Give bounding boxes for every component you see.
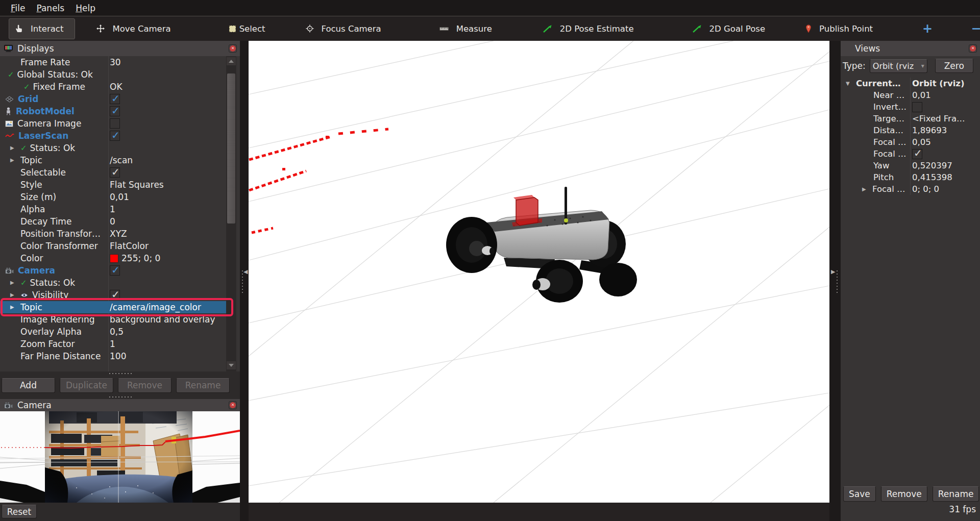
property-value[interactable]: background and overlay xyxy=(110,313,215,326)
add-display-button[interactable]: Add xyxy=(2,378,55,393)
scroll-down-button[interactable] xyxy=(227,361,236,369)
property-value[interactable]: Flat Squares xyxy=(110,179,164,191)
3d-viewport[interactable] xyxy=(249,41,829,503)
close-views-panel-button[interactable]: ✕ xyxy=(969,44,977,53)
property-value[interactable]: 100 xyxy=(110,350,126,362)
invert-z-checkbox[interactable] xyxy=(912,102,922,112)
property-value[interactable]: /scan xyxy=(110,154,133,166)
save-view-button[interactable]: Save xyxy=(843,486,876,502)
zero-button[interactable]: Zero xyxy=(935,59,973,73)
menu-help[interactable]: Help xyxy=(70,2,101,15)
expand-arrow-icon[interactable]: ▶ xyxy=(10,154,17,166)
row-size[interactable]: Size (m) 0,01 xyxy=(0,191,226,203)
row-laserscan-status[interactable]: ▶✓Status: Ok xyxy=(0,142,226,154)
row-grid-display[interactable]: Grid xyxy=(0,93,226,105)
row-visibility[interactable]: ▶Visibility xyxy=(0,289,226,301)
scroll-up-button[interactable] xyxy=(227,57,236,65)
property-value[interactable]: 0,05 xyxy=(912,136,931,148)
3d-viewport-canvas[interactable] xyxy=(249,41,829,503)
goal-pose-tool-button[interactable]: 2D Goal Pose xyxy=(686,20,771,37)
display-enabled-checkbox[interactable] xyxy=(110,131,120,141)
row-camera-image-display[interactable]: Camera Image xyxy=(0,117,226,130)
displays-scrollbar[interactable] xyxy=(226,56,236,371)
remove-view-button[interactable]: Remove xyxy=(881,486,927,502)
property-value[interactable]: FlatColor xyxy=(110,240,149,252)
remove-display-button[interactable]: Remove xyxy=(118,378,172,393)
add-tool-button[interactable]: + xyxy=(917,21,938,36)
row-global-status[interactable]: ✓Global Status: Ok xyxy=(0,68,226,81)
property-value[interactable]: <Fixed Fra… xyxy=(912,113,965,125)
focal-shape-checkbox[interactable] xyxy=(912,149,922,159)
row-camera-status[interactable]: ▶✓Status: Ok xyxy=(0,277,226,289)
property-value[interactable]: 0,520397 xyxy=(912,160,952,171)
row-position-transformer[interactable]: Position Transfor… XYZ xyxy=(0,228,226,240)
rename-view-button[interactable]: Rename xyxy=(933,486,979,502)
collapse-arrow-icon[interactable]: ▼ xyxy=(846,78,853,89)
remove-tool-button[interactable]: − xyxy=(966,21,980,36)
property-value[interactable]: 0,01 xyxy=(912,89,931,101)
display-enabled-checkbox[interactable] xyxy=(110,265,120,276)
display-enabled-checkbox[interactable] xyxy=(110,106,120,116)
close-displays-panel-button[interactable]: ✕ xyxy=(229,44,237,53)
row-laserscan-display[interactable]: LaserScan xyxy=(0,130,226,142)
duplicate-display-button[interactable]: Duplicate xyxy=(60,378,113,393)
menu-file[interactable]: File xyxy=(5,2,31,15)
property-value[interactable]: 1 xyxy=(110,203,115,215)
row-color-transformer[interactable]: Color Transformer FlatColor xyxy=(0,240,226,252)
publish-point-tool-button[interactable]: Publish Point xyxy=(799,20,879,37)
pose-estimate-tool-button[interactable]: 2D Pose Estimate xyxy=(536,20,640,37)
row-zoom-factor[interactable]: Zoom Factor 1 xyxy=(0,338,226,350)
interact-tool-button[interactable]: Interact xyxy=(9,18,75,39)
property-value[interactable]: 0 xyxy=(110,215,115,228)
menu-panels[interactable]: Panels xyxy=(31,2,70,15)
row-fixed-frame[interactable]: ✓Fixed Frame OK xyxy=(0,81,226,93)
row-overlay-alpha[interactable]: Overlay Alpha 0,5 xyxy=(0,326,226,338)
row-image-rendering[interactable]: Image Rendering background and overlay xyxy=(0,313,226,326)
property-value[interactable]: /camera/image_color xyxy=(110,301,201,313)
expand-arrow-icon[interactable]: ▶ xyxy=(10,277,17,289)
row-decay-time[interactable]: Decay Time 0 xyxy=(0,215,226,228)
expand-arrow-icon[interactable]: ▶ xyxy=(10,301,17,313)
property-value[interactable]: 30 xyxy=(110,56,121,68)
right-splitter[interactable]: ▶ xyxy=(829,41,841,521)
property-value[interactable]: 0; 0; 0 xyxy=(912,183,939,195)
display-enabled-checkbox[interactable] xyxy=(110,94,120,104)
splitter-handle[interactable] xyxy=(0,395,240,399)
collapse-right-icon[interactable]: ▶ xyxy=(831,268,835,275)
property-value[interactable]: 0,415398 xyxy=(912,171,952,183)
property-value[interactable]: 255; 0; 0 xyxy=(121,252,160,264)
close-camera-panel-button[interactable]: ✕ xyxy=(229,401,237,409)
reset-button[interactable]: Reset xyxy=(2,505,37,518)
expand-arrow-icon[interactable]: ▶ xyxy=(10,289,17,301)
property-value[interactable]: XYZ xyxy=(110,228,127,240)
rename-display-button[interactable]: Rename xyxy=(176,378,230,393)
expand-arrow-icon[interactable]: ▶ xyxy=(862,183,869,195)
property-value[interactable]: 0,5 xyxy=(110,326,124,338)
row-camera-topic-selected[interactable]: ▶Topic /camera/image_color xyxy=(0,301,226,313)
collapse-left-icon[interactable]: ◀ xyxy=(243,268,248,275)
select-tool-button[interactable]: Select xyxy=(223,20,272,37)
splitter-handle[interactable] xyxy=(0,371,240,376)
row-color[interactable]: Color 255; 0; 0 xyxy=(0,252,226,264)
left-splitter[interactable]: ◀ xyxy=(240,41,249,521)
row-style[interactable]: Style Flat Squares xyxy=(0,179,226,191)
property-value[interactable]: 1 xyxy=(110,338,115,350)
display-enabled-checkbox[interactable] xyxy=(110,118,120,129)
measure-tool-button[interactable]: Measure xyxy=(433,20,498,37)
move-camera-tool-button[interactable]: Move Camera xyxy=(90,20,177,37)
visibility-checkbox[interactable] xyxy=(110,290,120,300)
focus-camera-tool-button[interactable]: Focus Camera xyxy=(300,20,387,37)
row-far-plane-distance[interactable]: Far Plane Distance 100 xyxy=(0,350,226,362)
selectable-checkbox[interactable] xyxy=(110,167,120,178)
row-selectable[interactable]: Selectable xyxy=(0,166,226,179)
property-value[interactable]: 1,89693 xyxy=(912,125,947,136)
property-value[interactable]: 0,01 xyxy=(110,191,129,203)
view-type-dropdown[interactable]: Orbit (rviz ▾ xyxy=(870,59,927,73)
row-camera-display[interactable]: Camera xyxy=(0,264,226,277)
expand-arrow-icon[interactable]: ▶ xyxy=(10,142,17,154)
row-robotmodel-display[interactable]: RobotModel xyxy=(0,105,226,117)
scrollbar-thumb[interactable] xyxy=(227,73,235,224)
row-frame-rate[interactable]: Frame Rate 30 xyxy=(0,56,226,68)
row-laserscan-topic[interactable]: ▶Topic /scan xyxy=(0,154,226,166)
color-swatch[interactable] xyxy=(110,254,118,263)
